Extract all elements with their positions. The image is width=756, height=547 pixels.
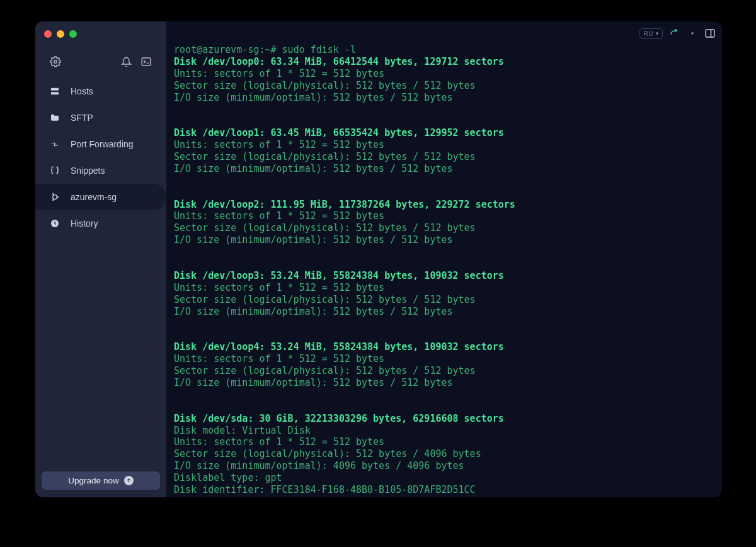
terminal-line: I/O size (minimum/optimal): 512 bytes / …: [174, 377, 722, 389]
terminal-blank-line: [174, 389, 722, 401]
svg-point-9: [691, 32, 694, 35]
code-braces-icon: [49, 165, 60, 176]
hosts-icon: [49, 86, 60, 97]
sidebar-item-azurevm-sg[interactable]: azurevm-sg: [35, 184, 166, 210]
svg-rect-1: [142, 58, 151, 65]
sidebar-item-sftp[interactable]: SFTP: [35, 104, 166, 131]
terminal-line: I/O size (minimum/optimal): 512 bytes / …: [174, 234, 722, 246]
terminal-line: Units: sectors of 1 * 512 = 512 bytes: [174, 139, 722, 151]
terminal-line: Sector size (logical/physical): 512 byte…: [174, 151, 722, 163]
terminal-line: Units: sectors of 1 * 512 = 512 bytes: [174, 68, 722, 80]
terminal-disk-header: Disk /dev/sda: 30 GiB, 32213303296 bytes…: [174, 413, 722, 425]
settings-icon[interactable]: [49, 55, 62, 68]
terminal-blank-line: [174, 103, 722, 115]
notifications-icon[interactable]: [120, 55, 132, 68]
sidebar-item-hosts[interactable]: Hosts: [35, 78, 166, 104]
folder-icon: [49, 112, 60, 123]
terminal-line: Sector size (logical/physical): 512 byte…: [174, 294, 722, 306]
upgrade-label: Upgrade now: [68, 476, 118, 485]
terminal-line: Units: sectors of 1 * 512 = 512 bytes: [174, 282, 722, 294]
svg-rect-2: [51, 88, 59, 91]
terminal-line: Units: sectors of 1 * 512 = 512 bytes: [174, 353, 722, 365]
sidebar-item-port-forwarding[interactable]: Port Forwarding: [35, 131, 166, 157]
terminal-blank-line: [174, 401, 722, 413]
terminal-blank-line: [174, 258, 722, 270]
dot-separator-icon: [687, 28, 698, 39]
app-window: Hosts SFTP Port Forwarding Snippets: [35, 21, 722, 497]
sidebar-item-label: Port Forwarding: [71, 139, 134, 149]
sidebar: Hosts SFTP Port Forwarding Snippets: [35, 21, 166, 497]
forward-icon: [49, 138, 60, 150]
terminal-icon[interactable]: [140, 55, 152, 68]
upgrade-button[interactable]: Upgrade now: [42, 471, 160, 490]
main-panel: RU root@azurevm-sg:~# sudo fdisk -lDisk …: [166, 21, 722, 497]
sidebar-item-label: Hosts: [71, 86, 93, 96]
sidebar-item-label: History: [71, 218, 98, 228]
terminal-line: I/O size (minimum/optimal): 4096 bytes /…: [174, 460, 722, 472]
svg-rect-3: [51, 92, 59, 94]
panel-toggle-icon[interactable]: [704, 28, 716, 39]
sidebar-item-snippets[interactable]: Snippets: [35, 157, 166, 184]
terminal-line: I/O size (minimum/optimal): 512 bytes / …: [174, 163, 722, 175]
terminal-blank-line: [174, 317, 722, 329]
terminal-line: I/O size (minimum/optimal): 512 bytes / …: [174, 306, 722, 318]
terminal-line: Sector size (logical/physical): 512 byte…: [174, 80, 722, 92]
dot-icon: [656, 32, 658, 35]
terminal-line: root@azurevm-sg:~# sudo fdisk -l: [174, 44, 722, 56]
arrow-up-icon: [124, 476, 134, 485]
close-button[interactable]: [44, 30, 52, 38]
svg-rect-10: [706, 30, 714, 37]
terminal-disk-header: Disk /dev/loop4: 53.24 MiB, 55824384 byt…: [174, 341, 722, 353]
sidebar-nav: Hosts SFTP Port Forwarding Snippets: [35, 78, 166, 237]
share-icon[interactable]: [669, 28, 680, 39]
svg-point-7: [52, 199, 54, 201]
maximize-button[interactable]: [69, 30, 77, 38]
window-controls: [35, 21, 166, 38]
terminal-line: Sector size (logical/physical): 512 byte…: [174, 448, 722, 460]
svg-point-4: [53, 195, 57, 200]
terminal-disk-header: Disk /dev/loop3: 53.24 MiB, 55824384 byt…: [174, 270, 722, 282]
svg-point-0: [54, 60, 57, 64]
keyboard-layout-pill[interactable]: RU: [639, 28, 663, 39]
terminal-line: Sector size (logical/physical): 512 byte…: [174, 222, 722, 234]
terminal-output[interactable]: root@azurevm-sg:~# sudo fdisk -lDisk /de…: [174, 44, 722, 497]
terminal-blank-line: [174, 329, 722, 341]
terminal-disk-header: Disk /dev/loop0: 63.34 MiB, 66412544 byt…: [174, 56, 722, 68]
svg-point-5: [57, 196, 59, 198]
terminal-line: Sector size (logical/physical): 512 byte…: [174, 365, 722, 377]
topbar: RU: [639, 28, 716, 39]
sidebar-item-label: SFTP: [71, 113, 93, 123]
terminal-disk-header: Disk /dev/loop1: 63.45 MiB, 66535424 byt…: [174, 127, 722, 139]
sidebar-top-icons: [35, 38, 166, 74]
sidebar-item-label: azurevm-sg: [71, 192, 117, 202]
ubuntu-icon: [49, 191, 60, 203]
terminal-blank-line: [174, 175, 722, 187]
terminal-line: Units: sectors of 1 * 512 = 512 bytes: [174, 210, 722, 222]
terminal-blank-line: [174, 187, 722, 199]
terminal-disk-header: Disk /dev/loop2: 111.95 MiB, 117387264 b…: [174, 199, 722, 211]
terminal-line: Disk identifier: FFCE3184-F168-48B0-B105…: [174, 484, 722, 496]
terminal-line: Disklabel type: gpt: [174, 472, 722, 484]
terminal-blank-line: [174, 115, 722, 127]
sidebar-item-label: Snippets: [71, 166, 105, 176]
svg-point-6: [52, 193, 54, 195]
terminal-line: Units: sectors of 1 * 512 = 512 bytes: [174, 436, 722, 448]
clock-icon: [49, 218, 60, 229]
pill-label: RU: [644, 30, 653, 37]
sidebar-item-history[interactable]: History: [35, 210, 166, 237]
terminal-line: Disk model: Virtual Disk: [174, 425, 722, 437]
terminal-line: I/O size (minimum/optimal): 512 bytes / …: [174, 92, 722, 104]
minimize-button[interactable]: [57, 30, 64, 38]
terminal-blank-line: [174, 246, 722, 258]
